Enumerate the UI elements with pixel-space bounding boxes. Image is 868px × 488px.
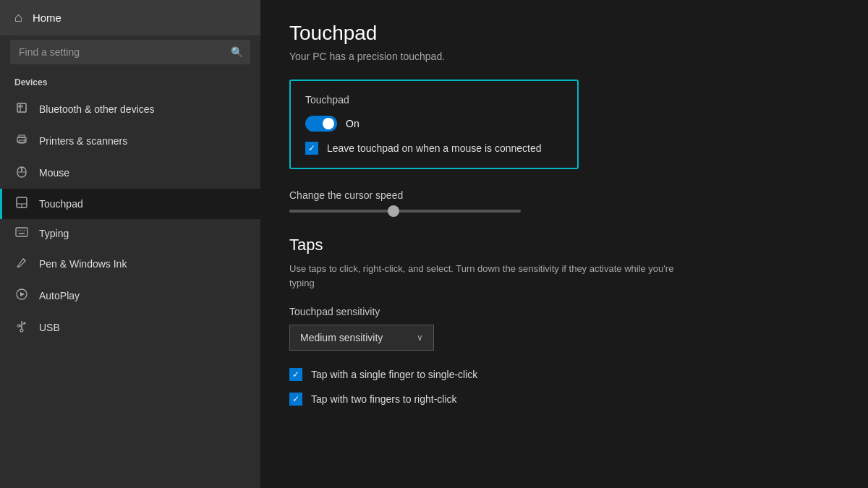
sidebar-home-label: Home [33,12,61,24]
taps-section: Taps Use taps to click, right-click, and… [289,236,839,406]
tap-single-label: Tap with a single finger to single-click [311,369,477,380]
sidebar-item-mouse-label: Mouse [39,167,69,179]
svg-rect-10 [21,168,22,171]
toggle-label: On [346,118,359,129]
cursor-speed-label: Change the cursor speed [289,189,521,201]
slider-fill [289,210,393,213]
sidebar-section-title: Devices [0,74,260,93]
sidebar-item-touchpad-label: Touchpad [39,198,83,210]
taps-description: Use taps to click, right-click, and sele… [289,262,680,290]
sidebar-item-autoplay-label: AutoPlay [39,290,80,301]
touchpad-icon [14,197,29,211]
printer-icon [14,133,29,149]
sidebar-item-typing[interactable]: Typing [0,219,260,248]
sidebar-item-home[interactable]: ⌂ Home [0,0,260,35]
svg-marker-23 [20,292,25,296]
sidebar-item-mouse[interactable]: Mouse [0,157,260,189]
sidebar: ⌂ Home 🔍 Devices Bluetooth & other devic… [0,0,260,488]
touchpad-toggle[interactable] [305,116,337,132]
usb-icon [14,320,29,335]
sidebar-item-bluetooth[interactable]: Bluetooth & other devices [0,93,260,125]
search-icon: 🔍 [231,46,243,58]
sidebar-item-bluetooth-label: Bluetooth & other devices [39,103,155,115]
touchpad-card: Touchpad On ✓ Leave touchpad on when a m… [289,80,579,169]
sensitivity-value: Medium sensitivity [300,332,383,343]
toggle-row: On [305,116,563,132]
touchpad-checkbox[interactable]: ✓ [305,142,318,155]
cursor-speed-section: Change the cursor speed [289,189,521,213]
sidebar-item-usb-label: USB [39,322,60,333]
autoplay-icon [14,288,29,304]
typing-icon [14,227,29,240]
home-icon: ⌂ [14,10,22,25]
sidebar-item-pen[interactable]: Pen & Windows Ink [0,248,260,280]
touchpad-card-title: Touchpad [305,94,563,106]
main-content: Touchpad Your PC has a precision touchpa… [260,0,868,488]
touchpad-checkbox-row: ✓ Leave touchpad on when a mouse is conn… [305,142,563,155]
sidebar-item-printers-label: Printers & scanners [39,135,127,147]
page-subtitle: Your PC has a precision touchpad. [289,51,839,62]
tap-checkboxes: ✓ Tap with a single finger to single-cli… [289,368,839,406]
checkmark-icon: ✓ [292,395,299,403]
sidebar-item-usb[interactable]: USB [0,312,260,343]
tap-single-row: ✓ Tap with a single finger to single-cli… [289,368,839,381]
svg-rect-5 [19,135,25,137]
tap-two-finger-checkbox[interactable]: ✓ [289,393,302,406]
checkmark-icon: ✓ [292,370,299,379]
svg-point-6 [24,139,25,140]
dropdown-arrow-icon: ∨ [417,333,423,343]
sidebar-item-printers[interactable]: Printers & scanners [0,125,260,157]
bluetooth-icon [14,101,29,117]
taps-title: Taps [289,236,839,254]
checkmark-icon: ✓ [308,144,315,153]
svg-line-20 [23,259,25,261]
sidebar-item-touchpad[interactable]: Touchpad [0,189,260,219]
tap-single-checkbox[interactable]: ✓ [289,368,302,381]
tap-two-finger-row: ✓ Tap with two fingers to right-click [289,393,839,406]
cursor-speed-slider[interactable] [289,210,521,213]
svg-rect-0 [17,103,26,112]
sensitivity-dropdown[interactable]: Medium sensitivity ∨ [289,325,434,351]
tap-two-finger-label: Tap with two fingers to right-click [311,393,457,405]
sidebar-item-pen-label: Pen & Windows Ink [39,258,127,270]
pen-icon [14,256,29,272]
mouse-icon [14,165,29,181]
sensitivity-label: Touchpad sensitivity [289,306,839,317]
page-title: Touchpad [289,22,839,45]
search-box: 🔍 [10,40,250,64]
sidebar-item-typing-label: Typing [39,228,69,239]
svg-point-27 [24,322,26,325]
slider-thumb[interactable] [388,205,399,217]
touchpad-checkbox-label: Leave touchpad on when a mouse is connec… [327,142,542,154]
sidebar-item-autoplay[interactable]: AutoPlay [0,280,260,312]
search-input[interactable] [10,40,250,64]
svg-rect-14 [16,228,27,236]
